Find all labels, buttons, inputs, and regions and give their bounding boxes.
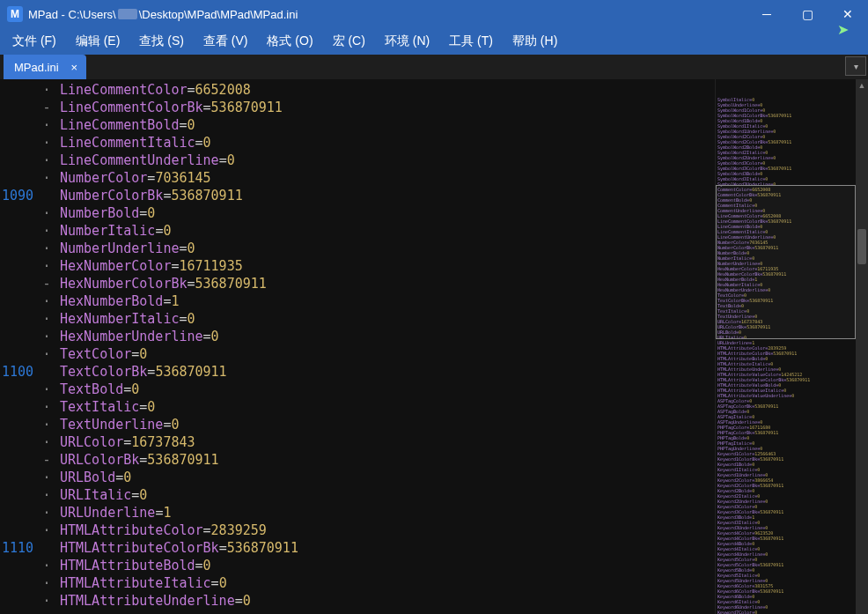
window-minimize-button[interactable]: ─ [747,0,787,28]
line-number [0,81,40,99]
line-marker [40,539,53,557]
line-number [0,99,40,116]
line-content: HexNumberColorBk=536870911 [53,275,267,292]
line-content: TextItalic=0 [53,398,155,416]
line-content: LineCommentColor=6652008 [53,81,251,99]
editor-line[interactable]: -LineCommentColorBk=536870911 [0,99,715,116]
editor-line[interactable]: ·HTMLAttributeItalic=0 [0,574,715,592]
title-suffix: \Desktop\MPad\MPad\MPad.ini [139,8,298,21]
line-marker: · [40,557,53,574]
menu-file[interactable]: 文件 (F) [12,33,56,49]
editor-line[interactable]: ·NumberBold=0 [0,204,715,222]
line-number [0,398,40,416]
line-number [0,257,40,275]
line-marker: · [40,574,53,592]
editor-line[interactable]: ·NumberUnderline=0 [0,240,715,257]
editor-line[interactable]: ·LineCommentUnderline=0 [0,152,715,169]
line-marker: · [40,381,53,398]
editor-line[interactable]: ·NumberColor=7036145 [0,169,715,187]
line-number [0,486,40,504]
line-marker: · [40,257,53,275]
editor-line[interactable]: ·TextItalic=0 [0,398,715,416]
menu-macro[interactable]: 宏 (C) [333,33,365,49]
line-content: LineCommentColorBk=536870911 [53,99,283,116]
line-number [0,345,40,363]
editor-line[interactable]: ·NumberItalic=0 [0,222,715,240]
line-marker: · [40,81,53,99]
editor-line[interactable]: ·TextBold=0 [0,381,715,398]
editor-line[interactable]: ·URLUnderline=1 [0,504,715,522]
line-content: HexNumberColor=16711935 [53,257,243,275]
line-content: URLColor=16737843 [53,433,195,451]
menu-find[interactable]: 查找 (S) [139,33,184,49]
line-content: LineCommentItalic=0 [53,134,211,152]
line-marker: · [40,416,53,433]
scrollbar-up-arrow-icon[interactable]: ▲ [856,79,868,92]
editor-line[interactable]: ·URLItalic=0 [0,486,715,504]
window-maximize-button[interactable]: ▢ [787,0,828,28]
line-content: TextBold=0 [53,381,139,398]
line-marker: · [40,398,53,416]
scrollbar-thumb[interactable] [857,229,866,264]
editor-line[interactable]: ·LineCommentColor=6652008 [0,81,715,99]
line-number [0,433,40,451]
menu-edit[interactable]: 编辑 (E) [76,33,121,49]
line-number [0,381,40,398]
line-number [0,504,40,522]
editor-line[interactable]: ·HTMLAttributeUnderline=0 [0,592,715,610]
code-editor[interactable]: ·LineCommentColor=6652008-LineCommentCol… [0,79,715,614]
line-content: HexNumberUnderline=0 [53,328,219,345]
line-number [0,522,40,539]
line-marker: · [40,310,53,328]
editor-line[interactable]: ·HexNumberItalic=0 [0,310,715,328]
menu-help[interactable]: 帮助 (H) [512,33,557,49]
line-marker: · [40,222,53,240]
line-number [0,469,40,486]
editor-line[interactable]: ·LineCommentBold=0 [0,116,715,134]
vertical-scrollbar[interactable]: ▲ [856,79,868,614]
editor-line[interactable]: ·TextColor=0 [0,345,715,363]
editor-line[interactable]: ·URLColor=16737843 [0,433,715,451]
line-content: HTMLAttributeItalic=0 [53,574,227,592]
line-marker: · [40,592,53,610]
line-content: LineCommentUnderline=0 [53,152,235,169]
editor-line[interactable]: ·TextUnderline=0 [0,416,715,433]
editor-line[interactable]: ·HTMLAttributeBold=0 [0,557,715,574]
line-marker: · [40,522,53,539]
editor-line[interactable]: 1100TextColorBk=536870911 [0,363,715,381]
menu-bar: 文件 (F) 编辑 (E) 查找 (S) 查看 (V) 格式 (O) 宏 (C)… [0,28,868,55]
tab-list-dropdown[interactable]: ▾ [845,56,866,76]
line-content: URLColorBk=536870911 [53,451,219,469]
menu-format[interactable]: 格式 (O) [267,33,313,49]
editor-line[interactable]: -URLColorBk=536870911 [0,451,715,469]
editor-line[interactable]: ·HTMLAttributeColor=2839259 [0,522,715,539]
line-number: 1110 [0,539,40,557]
editor-line[interactable]: ·HexNumberBold=1 [0,292,715,310]
tab-close-icon[interactable]: × [71,61,78,74]
editor-line[interactable]: ·HexNumberUnderline=0 [0,328,715,345]
menu-env[interactable]: 环境 (N) [385,33,430,49]
editor-line[interactable]: ·URLBold=0 [0,469,715,486]
line-content: URLItalic=0 [53,486,147,504]
editor-line[interactable]: 1090NumberColorBk=536870911 [0,187,715,204]
line-number [0,292,40,310]
menu-view[interactable]: 查看 (V) [203,33,248,49]
line-number [0,134,40,152]
editor-line[interactable]: ·LineCommentItalic=0 [0,134,715,152]
line-content: NumberColorBk=536870911 [53,187,243,204]
minimap[interactable]: SymbolItalic=0SymbolUnderline=0SymbolWor… [715,79,856,614]
editor-line[interactable]: ·HexNumberColor=16711935 [0,257,715,275]
editor-line[interactable]: -HexNumberColorBk=536870911 [0,275,715,292]
menu-tools[interactable]: 工具 (T) [449,33,493,49]
line-content: URLBold=0 [53,469,131,486]
window-titlebar[interactable]: M MPad - C:\Users\ \Desktop\MPad\MPad\MP… [0,0,868,28]
editor-line[interactable]: 1110HTMLAttributeColorBk=536870911 [0,539,715,557]
window-close-button[interactable]: ✕ [828,0,868,28]
line-marker: · [40,204,53,222]
tab-active[interactable]: MPad.ini × [4,55,86,79]
line-content: NumberColor=7036145 [53,169,211,187]
line-marker: · [40,486,53,504]
line-number: 1100 [0,363,40,381]
title-redacted-user [118,9,137,19]
line-marker: - [40,451,53,469]
